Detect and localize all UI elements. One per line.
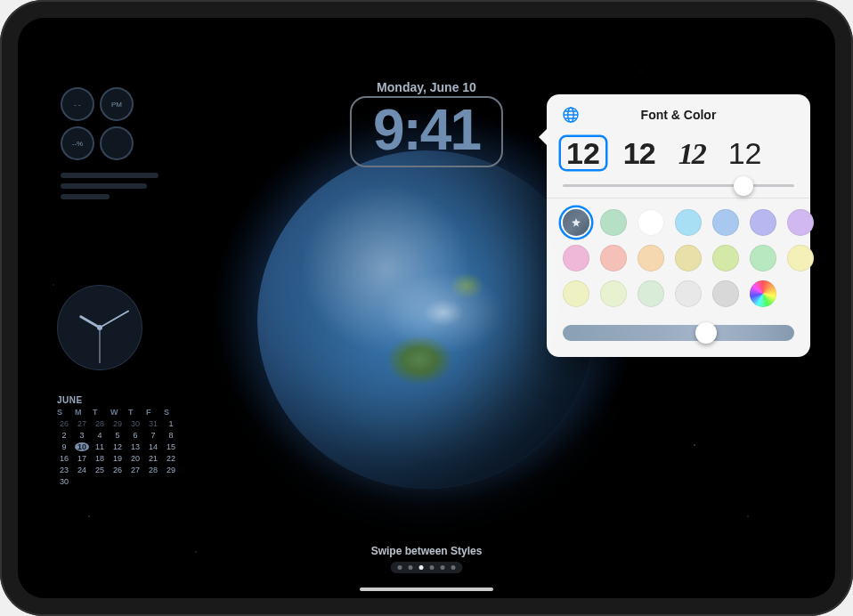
- calendar-day[interactable]: 3: [75, 431, 89, 440]
- lockscreen-time[interactable]: 9:41: [350, 96, 503, 167]
- calendar-day-prev: 30: [128, 419, 142, 428]
- calendar-day[interactable]: 12: [110, 442, 125, 451]
- color-swatch[interactable]: [563, 245, 589, 272]
- page-dot[interactable]: [430, 565, 435, 570]
- calendar-day[interactable]: 18: [93, 454, 107, 463]
- color-swatch[interactable]: [712, 280, 739, 307]
- slider-thumb[interactable]: [695, 322, 717, 344]
- calendar-day[interactable]: 25: [93, 466, 107, 474]
- color-swatch[interactable]: [787, 245, 814, 272]
- widget-placeholder-lines: [61, 173, 158, 205]
- calendar-month-label: JUNE: [57, 395, 178, 405]
- complication-empty[interactable]: [100, 126, 134, 160]
- font-style-row: 12121212: [547, 134, 810, 179]
- calendar-day-prev: 29: [110, 419, 125, 428]
- swipe-hint-label: Swipe between Styles: [18, 545, 835, 557]
- page-dot[interactable]: [398, 565, 402, 570]
- wallpaper-earth: [257, 150, 596, 489]
- color-swatch[interactable]: [638, 280, 664, 307]
- hue-slider[interactable]: [563, 325, 794, 341]
- calendar-day-header: S: [57, 408, 71, 417]
- calendar-day[interactable]: 16: [57, 454, 71, 463]
- color-swatch-grid: [547, 209, 810, 312]
- color-swatch[interactable]: [638, 245, 664, 272]
- color-swatch[interactable]: [675, 245, 702, 272]
- complication-precip[interactable]: --%: [61, 126, 94, 160]
- calendar-day[interactable]: 5: [110, 431, 125, 440]
- color-swatch[interactable]: [600, 209, 627, 236]
- calendar-day-header: T: [93, 408, 107, 417]
- calendar-day[interactable]: 22: [164, 454, 178, 463]
- calendar-day[interactable]: 11: [93, 442, 107, 451]
- font-style-option[interactable]: 12: [618, 137, 661, 169]
- divider: [547, 198, 810, 199]
- complications-grid[interactable]: - - PM --%: [61, 87, 134, 160]
- calendar-day[interactable]: 20: [128, 454, 142, 463]
- calendar-day[interactable]: 17: [75, 454, 89, 463]
- calendar-day[interactable]: 13: [128, 442, 142, 451]
- color-swatch[interactable]: [563, 280, 589, 307]
- calendar-day[interactable]: 24: [75, 466, 89, 474]
- color-swatch[interactable]: [787, 209, 814, 236]
- color-swatch[interactable]: [675, 209, 702, 236]
- slider-thumb[interactable]: [734, 176, 753, 196]
- font-style-option[interactable]: 12: [723, 137, 768, 169]
- analog-clock-widget[interactable]: [57, 285, 142, 370]
- calendar-day[interactable]: 6: [128, 431, 142, 440]
- calendar-day-header: S: [164, 408, 178, 417]
- color-swatch[interactable]: [750, 245, 776, 272]
- calendar-day[interactable]: 10: [75, 442, 89, 451]
- calendar-day[interactable]: 15: [164, 442, 178, 451]
- lock-screen: Monday, June 10 9:41 - - PM --% JUNE SMT…: [18, 18, 835, 598]
- calendar-day[interactable]: 23: [57, 466, 71, 474]
- calendar-day-header: F: [146, 408, 160, 417]
- calendar-day-header: W: [110, 408, 125, 417]
- calendar-day[interactable]: 2: [57, 431, 71, 440]
- font-style-option[interactable]: 12: [673, 138, 711, 170]
- calendar-day[interactable]: 19: [110, 454, 125, 463]
- calendar-widget[interactable]: JUNE SMTWTFS2627282930311234567891011121…: [57, 395, 178, 486]
- calendar-day[interactable]: 27: [128, 466, 142, 474]
- calendar-day[interactable]: 26: [110, 466, 125, 474]
- color-swatch[interactable]: [712, 245, 739, 272]
- calendar-day-header: M: [75, 408, 89, 417]
- calendar-day[interactable]: 8: [164, 431, 178, 440]
- calendar-day[interactable]: 9: [57, 442, 71, 451]
- calendar-day[interactable]: 1: [164, 419, 178, 428]
- color-swatch[interactable]: [600, 280, 627, 307]
- complication-ampm[interactable]: PM: [100, 87, 134, 121]
- lockscreen-date[interactable]: Monday, June 10: [18, 80, 835, 94]
- color-swatch[interactable]: [600, 245, 627, 272]
- color-swatch[interactable]: [750, 209, 776, 236]
- color-picker-button[interactable]: [750, 280, 776, 307]
- calendar-day[interactable]: 21: [146, 454, 160, 463]
- globe-icon[interactable]: [559, 103, 582, 126]
- calendar-day-prev: 28: [93, 419, 107, 428]
- page-dot[interactable]: [419, 565, 424, 570]
- clock-minute-hand: [100, 310, 130, 328]
- color-swatch-auto[interactable]: [563, 209, 589, 236]
- calendar-day-header: T: [128, 408, 142, 417]
- complication-activity[interactable]: - -: [61, 87, 94, 121]
- calendar-day[interactable]: 29: [164, 466, 178, 474]
- clock-hour-hand: [79, 315, 101, 329]
- calendar-day[interactable]: 7: [146, 431, 160, 440]
- clock-second-hand: [100, 328, 101, 363]
- calendar-day[interactable]: 28: [146, 466, 160, 474]
- calendar-day-prev: 27: [75, 419, 89, 428]
- home-indicator[interactable]: [360, 588, 493, 591]
- page-dot[interactable]: [441, 565, 445, 570]
- page-indicator[interactable]: [391, 562, 463, 573]
- calendar-day[interactable]: 4: [93, 431, 107, 440]
- page-dot[interactable]: [451, 565, 456, 570]
- calendar-day-prev: 31: [146, 419, 160, 428]
- font-weight-slider[interactable]: [563, 184, 794, 187]
- calendar-day[interactable]: 14: [146, 442, 160, 451]
- page-dot[interactable]: [409, 565, 413, 570]
- calendar-day[interactable]: 30: [57, 477, 71, 486]
- font-color-popover: Font & Color 12121212: [547, 94, 810, 357]
- color-swatch[interactable]: [712, 209, 739, 236]
- color-swatch[interactable]: [638, 209, 664, 236]
- font-style-option[interactable]: 12: [561, 137, 605, 169]
- color-swatch[interactable]: [675, 280, 702, 307]
